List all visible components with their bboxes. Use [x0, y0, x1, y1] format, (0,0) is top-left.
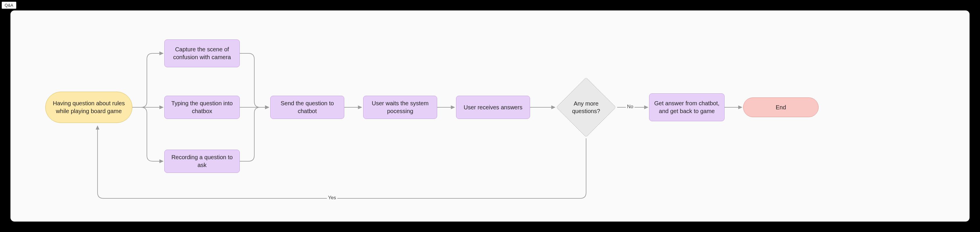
decision-label: Any more questions?: [556, 78, 616, 137]
tab-qa[interactable]: Q&A: [2, 2, 16, 9]
decision-node: Any more questions?: [556, 78, 616, 137]
process-capture: Capture the scene of confusion with came…: [164, 40, 240, 67]
edge-label-yes: Yes: [327, 195, 337, 201]
process-send: Send the question to chatbot: [270, 96, 344, 119]
end-node: End: [743, 97, 819, 117]
process-typing: Typing the question into chatbox: [164, 96, 240, 119]
start-node: Having question about rules while playin…: [45, 92, 132, 123]
process-receive: User receives answers: [456, 96, 530, 119]
process-getback: Get answer from chatbot, and get back to…: [649, 94, 725, 121]
edge-label-no: No: [626, 104, 635, 110]
diagram-canvas: Having question about rules while playin…: [10, 10, 970, 222]
process-recording: Recording a question to ask: [164, 149, 240, 173]
process-wait: User waits the system pocessing: [363, 96, 437, 119]
